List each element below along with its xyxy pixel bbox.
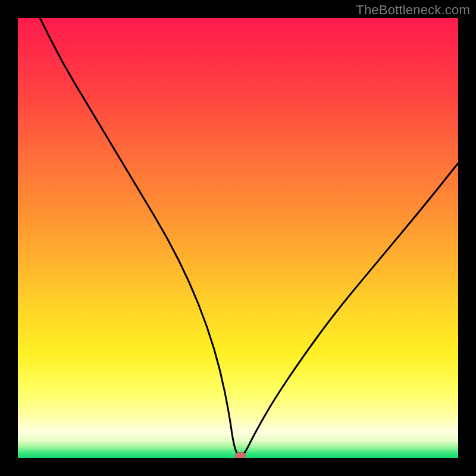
bottleneck-curve (18, 18, 458, 458)
minimum-marker-icon (235, 452, 246, 458)
chart-frame: TheBottleneck.com (0, 0, 476, 476)
watermark-text: TheBottleneck.com (356, 2, 470, 18)
plot-area (18, 18, 458, 458)
